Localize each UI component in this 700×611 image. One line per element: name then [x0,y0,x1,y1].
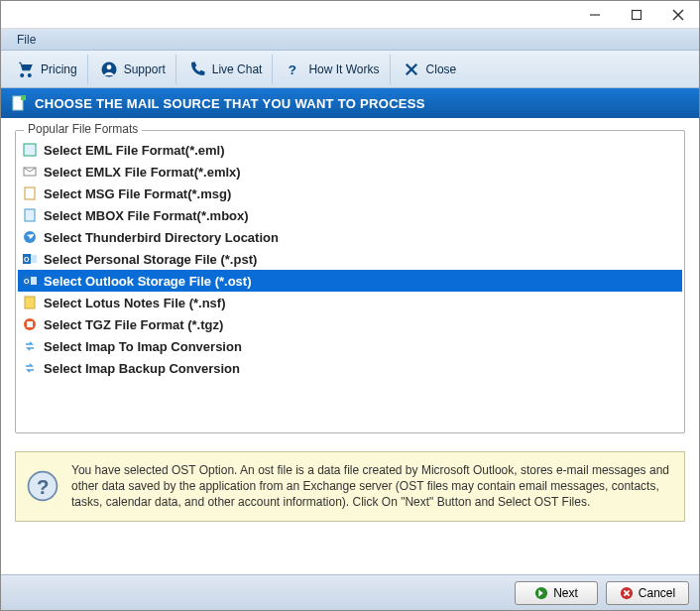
support-label: Support [124,62,166,76]
sync-icon [22,360,38,376]
fieldset-legend: Popular File Formats [24,122,142,136]
thunderbird-icon [22,229,38,245]
svg-rect-21 [31,277,37,285]
format-imap-to-imap[interactable]: Select Imap To Imap Conversion [18,335,682,357]
format-nsf[interactable]: Select Lotus Notes File (*.nsf) [18,292,682,313]
format-label: Select MBOX File Format(*.mbox) [44,208,249,223]
svg-rect-10 [21,95,26,100]
format-label: Select Imap To Imap Conversion [44,339,242,354]
svg-point-5 [106,64,111,69]
pricing-label: Pricing [41,62,77,76]
format-tgz[interactable]: Select TGZ File Format (*.tgz) [18,313,682,335]
toolbar: Pricing Support Live Chat ? How It Works… [1,51,699,88]
archive-icon [22,316,38,332]
format-eml[interactable]: Select EML File Format(*.eml) [18,139,682,161]
svg-rect-14 [25,209,35,221]
menu-file[interactable]: File [11,31,42,49]
info-text: You have selected OST Option. An ost fil… [71,462,670,511]
banner-title: CHOOSE THE MAIL SOURCE THAT YOU WANT TO … [35,96,425,111]
format-label: Select Thunderbird Directory Location [44,230,279,245]
support-button[interactable]: Support [90,55,176,84]
svg-text:?: ? [37,476,49,498]
format-pst[interactable]: O Select Personal Storage File (*.pst) [18,248,682,270]
cancel-button[interactable]: Cancel [606,581,689,605]
user-circle-icon [100,61,118,78]
howitworks-label: How It Works [308,62,379,76]
next-button[interactable]: Next [515,581,598,605]
format-ost[interactable]: O Select Outlook Storage File (*.ost) [18,270,682,292]
mail-icon [22,164,38,180]
svg-rect-11 [24,144,36,156]
format-imap-backup[interactable]: Select Imap Backup Conversion [18,357,682,379]
svg-rect-24 [27,321,33,327]
info-question-icon: ? [26,469,59,503]
format-label: Select TGZ File Format (*.tgz) [44,317,223,332]
svg-text:O: O [24,256,30,263]
sync-icon [22,338,38,354]
footer-bar: Next Cancel [1,574,699,610]
format-label: Select EML File Format(*.eml) [44,143,225,158]
next-label: Next [553,586,578,600]
format-mbox[interactable]: Select MBOX File Format(*.mbox) [18,204,682,226]
livechat-label: Live Chat [212,62,263,76]
arrow-right-icon [534,586,548,600]
cancel-icon [620,586,634,600]
format-label: Select Personal Storage File (*.pst) [44,252,257,267]
minimize-button[interactable] [574,1,616,29]
svg-rect-18 [31,255,37,263]
close-button[interactable]: Close [393,55,467,84]
info-panel: ? You have selected OST Option. An ost f… [15,451,685,522]
cart-icon [17,61,35,78]
file-icon [22,142,38,158]
maximize-button[interactable] [616,1,657,29]
format-label: Select Imap Backup Conversion [44,361,240,376]
pricing-button[interactable]: Pricing [7,55,88,84]
section-banner: CHOOSE THE MAIL SOURCE THAT YOU WANT TO … [1,88,699,118]
question-icon: ? [285,61,302,78]
page-icon [11,95,27,111]
format-thunderbird[interactable]: Select Thunderbird Directory Location [18,226,682,248]
howitworks-button[interactable]: ? How It Works [275,55,390,84]
close-label: Close [426,62,457,76]
x-icon [403,61,420,78]
format-label: Select Outlook Storage File (*.ost) [44,274,251,289]
svg-rect-13 [25,187,35,199]
formats-list: Select EML File Format(*.eml) Select EML… [18,139,682,379]
svg-text:O: O [24,278,30,285]
cancel-label: Cancel [639,586,675,600]
file-icon [22,207,38,223]
outlook-icon: O [22,251,38,267]
svg-text:?: ? [289,61,296,76]
lotus-icon [22,295,38,310]
format-msg[interactable]: Select MSG File Format(*.msg) [18,183,682,204]
phone-icon [188,61,206,78]
format-label: Select EMLX File Format(*.emlx) [44,165,241,180]
format-emlx[interactable]: Select EMLX File Format(*.emlx) [18,161,682,183]
formats-fieldset: Popular File Formats Select EML File For… [15,130,685,433]
file-icon [22,185,38,201]
svg-rect-22 [25,297,35,308]
svg-rect-1 [633,10,642,19]
outlook-icon: O [22,273,38,289]
main-content: Popular File Formats Select EML File For… [1,118,699,554]
close-window-button[interactable] [657,1,699,29]
livechat-button[interactable]: Live Chat [178,55,274,84]
format-label: Select Lotus Notes File (*.nsf) [44,296,225,310]
menubar: File [1,29,699,51]
format-label: Select MSG File Format(*.msg) [44,186,231,201]
window-titlebar [1,1,699,29]
